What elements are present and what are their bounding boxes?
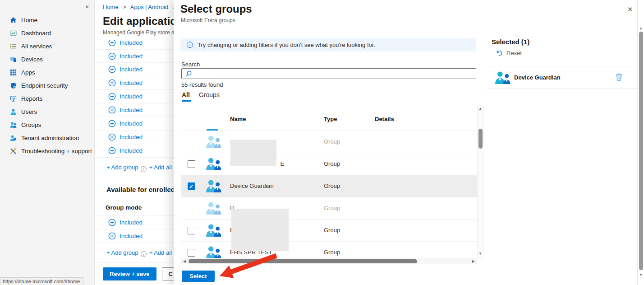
add-group-link[interactable]: + Add group: [106, 164, 138, 171]
table-row-selected[interactable]: ✓ Device Guardian Group: [181, 175, 477, 197]
group-type: Group: [324, 138, 340, 145]
table-row[interactable]: D Group: [181, 197, 477, 220]
info-icon: i: [187, 42, 193, 48]
circle-plus-icon: [108, 133, 116, 141]
sidebar-item-label: Users: [21, 108, 37, 115]
sidebar-item-apps[interactable]: Apps: [0, 66, 94, 79]
scroll-down-icon[interactable]: ▼: [478, 252, 483, 256]
sidebar-item-dashboard[interactable]: Dashboard: [0, 27, 94, 40]
table-row[interactable]: E Group: [181, 220, 477, 242]
vertical-scroll-thumb[interactable]: [478, 129, 483, 149]
sidebar-item-devices[interactable]: Devices: [0, 53, 94, 66]
tenant-admin-icon: [10, 135, 17, 141]
table-row[interactable]: c Group: [181, 131, 477, 153]
group-icon: [494, 71, 511, 84]
info-banner: i Try changing or adding filters if you …: [180, 38, 476, 51]
sidebar-item-label: Dashboard: [21, 30, 51, 37]
list-vertical-scrollbar[interactable]: ▲ ▼: [477, 105, 483, 257]
row-checkbox[interactable]: [188, 249, 195, 257]
circle-plus-icon: [108, 65, 116, 73]
sidebar-collapse-icon[interactable]: «: [85, 3, 89, 10]
scroll-left-icon[interactable]: ◀: [183, 259, 186, 263]
scroll-down-icon[interactable]: ▼: [638, 273, 644, 277]
scroll-up-icon[interactable]: ▲: [638, 26, 644, 30]
column-header-details: Details: [375, 116, 394, 122]
row-checkbox[interactable]: [188, 160, 195, 168]
info-icon[interactable]: i: [141, 166, 147, 172]
scroll-up-icon[interactable]: ▲: [478, 107, 483, 111]
apps-icon: [10, 69, 17, 76]
scroll-right-icon[interactable]: ▶: [472, 259, 475, 263]
circle-plus-icon: [108, 147, 116, 154]
group-icon: [10, 121, 17, 128]
header-divider: [180, 30, 637, 30]
sidebar-item-all-services[interactable]: All services: [0, 40, 94, 53]
sidebar-item-troubleshooting[interactable]: Troubleshooting + support: [0, 145, 94, 158]
list-horizontal-scrollbar[interactable]: ◀ ▶: [181, 258, 477, 264]
sidebar-item-label: All services: [21, 43, 52, 50]
group-type: Group: [324, 227, 340, 234]
circle-plus-icon: [108, 232, 116, 240]
reset-label: Reset: [506, 50, 522, 56]
close-icon[interactable]: ✕: [626, 5, 635, 14]
table-row[interactable]: CE Group: [181, 153, 477, 175]
group-type: Group: [324, 160, 340, 167]
sidebar-item-label: Groups: [21, 121, 41, 128]
group-icon: [205, 179, 222, 192]
group-icon: [205, 135, 222, 148]
row-checkbox[interactable]: [188, 227, 195, 234]
page-vertical-scrollbar[interactable]: ▲ ▼: [637, 0, 644, 285]
reset-button[interactable]: Reset: [496, 50, 522, 56]
search-input[interactable]: [196, 70, 476, 77]
groups-table: Name Type Details c Group CE Group ✓: [181, 105, 483, 264]
horizontal-scroll-thumb[interactable]: [189, 259, 417, 263]
table-row[interactable]: EHS SPR TEST Group: [181, 242, 477, 258]
add-all-users-link[interactable]: + Add all u: [149, 164, 177, 171]
devices-icon: [10, 56, 17, 63]
add-group-link[interactable]: + Add group: [106, 249, 138, 256]
partial-row-indicator: [207, 129, 218, 131]
tab-all[interactable]: All: [182, 91, 190, 98]
group-type: Group: [324, 205, 340, 211]
circle-plus-icon: [108, 52, 116, 60]
info-icon[interactable]: i: [141, 251, 147, 257]
search-icon: [185, 70, 192, 77]
breadcrumb-apps-link[interactable]: Apps | Android: [130, 4, 168, 10]
group-name: Device Guardian: [230, 182, 274, 189]
row-checkbox-checked[interactable]: ✓: [188, 182, 195, 190]
select-groups-flyout: Select groups Microsoft Entra groups ✕ i…: [174, 0, 637, 285]
trash-icon[interactable]: [616, 73, 622, 81]
group-type: Group: [324, 182, 340, 189]
sidebar-item-label: Troubleshooting + support: [21, 148, 92, 154]
group-icon: [205, 201, 222, 215]
troubleshooting-icon: [10, 148, 17, 154]
sidebar-item-tenant-administration[interactable]: Tenant administration: [0, 131, 94, 145]
breadcrumb-home-link[interactable]: Home: [103, 4, 119, 10]
sidebar-item-endpoint-security[interactable]: Endpoint security: [0, 79, 94, 92]
page-scroll-thumb[interactable]: [639, 32, 643, 270]
dashboard-icon: [10, 30, 17, 37]
tab-groups[interactable]: Groups: [199, 91, 220, 98]
all-services-icon: [10, 43, 17, 50]
sidebar-item-label: Endpoint security: [21, 82, 68, 89]
circle-plus-icon: [108, 93, 116, 100]
selected-heading: Selected (1): [492, 38, 529, 46]
sidebar-item-users[interactable]: Users: [0, 105, 94, 118]
circle-plus-icon: [108, 106, 116, 114]
redaction-box: [231, 209, 289, 251]
selected-group-item: Device Guardian: [487, 66, 637, 89]
search-box: [181, 68, 476, 79]
shield-icon: [10, 82, 17, 89]
sidebar-item-label: Devices: [21, 56, 43, 63]
reset-icon: [496, 50, 502, 56]
select-button[interactable]: Select: [182, 271, 215, 282]
sidebar-item-groups[interactable]: Groups: [0, 118, 94, 131]
sidebar-item-home[interactable]: Home: [0, 14, 94, 27]
search-label: Search: [181, 61, 200, 68]
group-type: Group: [324, 249, 340, 256]
breadcrumb-separator: >: [123, 4, 126, 10]
sidebar-item-reports[interactable]: Reports: [0, 92, 94, 105]
add-all-users-link[interactable]: + Add all u: [149, 249, 177, 256]
review-save-button[interactable]: Review + save: [103, 267, 156, 280]
group-icon: [205, 246, 222, 258]
